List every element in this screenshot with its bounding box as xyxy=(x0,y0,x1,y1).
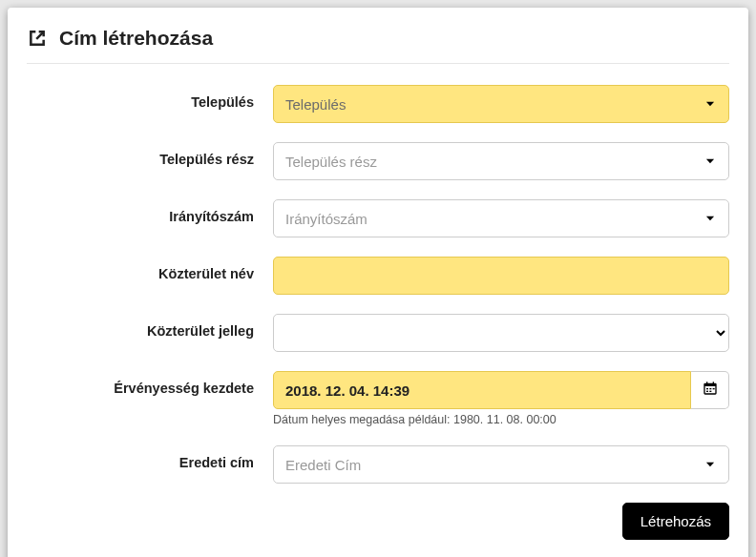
chevron-down-icon xyxy=(704,212,717,225)
row-iranyitoszam: Irányítószám Irányítószám xyxy=(27,199,729,237)
date-value: 2018. 12. 04. 14:39 xyxy=(285,382,410,399)
label-kozterulet-jelleg: Közterület jelleg xyxy=(27,314,273,339)
modal-header: Cím létrehozása xyxy=(27,27,729,64)
calendar-button[interactable] xyxy=(691,371,729,409)
modal-title: Cím létrehozása xyxy=(59,27,213,50)
select-telepules[interactable]: Település xyxy=(273,85,729,123)
svg-rect-1 xyxy=(704,383,716,386)
select-placeholder: Eredeti Cím xyxy=(285,457,704,473)
input-ervenyesseg-date[interactable]: 2018. 12. 04. 14:39 xyxy=(273,371,691,409)
label-iranyitoszam: Irányítószám xyxy=(27,199,273,224)
svg-rect-3 xyxy=(712,382,713,384)
svg-rect-4 xyxy=(706,388,708,389)
label-ervenyesseg: Érvényesség kezdete xyxy=(27,371,273,396)
svg-rect-8 xyxy=(712,388,714,389)
svg-rect-5 xyxy=(709,388,711,389)
row-kozterulet-nev: Közterület név xyxy=(27,257,729,295)
label-kozterulet-nev: Közterület név xyxy=(27,257,273,281)
select-placeholder: Település xyxy=(285,96,704,113)
row-telepules: Település Település xyxy=(27,85,729,123)
select-iranyitoszam[interactable]: Irányítószám xyxy=(273,199,729,237)
svg-rect-6 xyxy=(706,391,708,392)
svg-rect-7 xyxy=(709,391,711,392)
chevron-down-icon xyxy=(704,155,717,168)
row-ervenyesseg: Érvényesség kezdete 2018. 12. 04. 14:39 xyxy=(27,371,729,426)
select-telepules-resz[interactable]: Település rész xyxy=(273,142,729,180)
calendar-icon xyxy=(703,381,718,400)
select-eredeti-cim[interactable]: Eredeti Cím xyxy=(273,445,729,484)
row-eredeti-cim: Eredeti cím Eredeti Cím xyxy=(27,445,729,484)
row-kozterulet-jelleg: Közterület jelleg xyxy=(27,314,729,352)
actions-bar: Létrehozás xyxy=(27,503,729,540)
chevron-down-icon xyxy=(704,97,717,111)
external-link-icon xyxy=(27,28,48,49)
select-kozterulet-jelleg[interactable] xyxy=(273,314,729,352)
chevron-down-icon xyxy=(704,458,717,471)
select-placeholder: Irányítószám xyxy=(285,211,704,227)
label-telepules-resz: Település rész xyxy=(27,142,273,167)
label-telepules: Település xyxy=(27,85,273,110)
date-hint: Dátum helyes megadása például: 1980. 11.… xyxy=(273,413,729,426)
create-button[interactable]: Létrehozás xyxy=(622,503,729,540)
create-address-modal: Cím létrehozása Település Település Tele… xyxy=(8,8,748,557)
select-placeholder: Település rész xyxy=(285,154,704,170)
row-telepules-resz: Település rész Település rész xyxy=(27,142,729,180)
input-kozterulet-nev[interactable] xyxy=(273,257,729,295)
label-eredeti-cim: Eredeti cím xyxy=(27,445,273,470)
svg-rect-2 xyxy=(706,382,707,384)
